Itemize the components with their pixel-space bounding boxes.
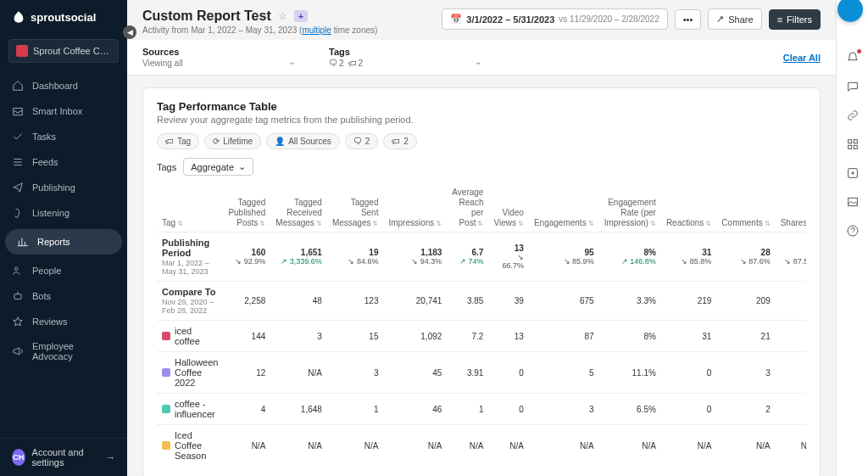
- link-icon[interactable]: [846, 109, 860, 122]
- th-video-views[interactable]: Video Views⇅: [488, 184, 528, 232]
- th-sent-msgs[interactable]: Tagged Sent Messages⇅: [327, 184, 384, 232]
- delta-value: ↘ 84.6%: [332, 257, 379, 266]
- brand-logo: sproutsocial: [0, 0, 127, 34]
- th-reactions[interactable]: Reactions⇅: [661, 184, 716, 232]
- delta-value: ↘ 87.6%: [721, 257, 770, 266]
- pill-count-1[interactable]: 🗨 2: [345, 133, 379, 149]
- sidebar-item-tasks[interactable]: Tasks: [0, 124, 127, 149]
- delta-value: ↘ 92.9%: [228, 257, 265, 266]
- sources-filter[interactable]: Sources Viewing all ⌄: [142, 47, 295, 68]
- svg-point-0: [15, 267, 19, 271]
- delta-value: ↗ 74%: [452, 257, 483, 266]
- sidebar-item-publishing[interactable]: Publishing: [0, 175, 127, 200]
- th-published-posts[interactable]: Tagged Published Posts⇅: [223, 184, 270, 232]
- tag-performance-table: Tag⇅ Tagged Published Posts⇅ Tagged Rece…: [157, 184, 806, 466]
- more-button[interactable]: •••: [675, 9, 702, 30]
- chevron-down-icon: ⌄: [475, 57, 481, 66]
- help-icon[interactable]: [846, 224, 860, 238]
- table-cell: 0: [488, 352, 528, 394]
- filters-button[interactable]: ≡Filters: [769, 9, 821, 30]
- clear-all-link[interactable]: Clear All: [783, 53, 821, 63]
- chat-icon[interactable]: [846, 80, 860, 93]
- table-cell: 123: [327, 282, 384, 321]
- sidebar-item-smart-inbox[interactable]: Smart Inbox: [0, 98, 127, 124]
- th-eng-rate[interactable]: Engagement Rate (per Impression)⇅: [599, 184, 661, 232]
- megaphone-icon: [12, 345, 24, 357]
- table-cell: 8%: [599, 321, 661, 352]
- pill-lifetime[interactable]: ⟳ Lifetime: [204, 133, 261, 149]
- delta-value: ↘ 66.7%: [493, 253, 523, 270]
- table-cell: N/A: [223, 425, 270, 467]
- svg-rect-5: [854, 145, 857, 148]
- bot-icon: [12, 290, 24, 302]
- pill-tag[interactable]: 🏷 Tag: [157, 133, 199, 149]
- add-icon[interactable]: [846, 166, 860, 180]
- tag-name: Halloween Coffee 2022: [162, 357, 218, 388]
- table-cell: N/A: [270, 352, 327, 394]
- sidebar-item-listening[interactable]: Listening: [0, 200, 127, 226]
- send-icon: [12, 182, 24, 193]
- account-settings[interactable]: CH Account and settings →: [0, 438, 127, 476]
- table-cell: 2: [716, 394, 775, 425]
- add-tag-button[interactable]: +: [294, 10, 308, 22]
- sidebar-item-bots[interactable]: Bots: [0, 283, 127, 309]
- svg-rect-4: [848, 145, 851, 148]
- sidebar-collapse-handle[interactable]: ◀: [123, 25, 136, 39]
- tags-filter[interactable]: Tags 🗨 2 🏷 2 ⌄: [329, 47, 481, 68]
- table-cell: 21: [716, 321, 775, 352]
- th-engagements[interactable]: Engagements⇅: [529, 184, 599, 232]
- th-impressions[interactable]: Impressions⇅: [383, 184, 447, 232]
- table-cell: 87: [529, 321, 599, 352]
- pill-row: 🏷 Tag ⟳ Lifetime 👤 All Sources 🗨 2 🏷 2: [157, 133, 806, 149]
- profile-name: Sprout Coffee Corporate ...: [33, 46, 111, 56]
- table-cell: 15: [327, 321, 384, 352]
- sidebar-item-employee-advocacy[interactable]: Employee Advocacy: [0, 334, 127, 368]
- account-label: Account and settings: [32, 447, 99, 468]
- th-avg-reach[interactable]: Average Reach per Post⇅: [447, 184, 488, 232]
- tag-name: Iced Coffee Season: [162, 430, 218, 461]
- favorite-star-icon[interactable]: ☆: [278, 10, 287, 22]
- aggregate-select[interactable]: Aggregate ⌄: [183, 158, 253, 176]
- profile-selector[interactable]: Sprout Coffee Corporate ...: [8, 39, 119, 63]
- table-cell: 46: [383, 394, 447, 425]
- sidebar-item-people[interactable]: People: [0, 258, 127, 283]
- table-cell: 31↘ 85.8%: [661, 232, 716, 282]
- th-tag[interactable]: Tag⇅: [157, 184, 223, 232]
- timezones-link[interactable]: multiple: [302, 25, 331, 35]
- share-button[interactable]: ↗Share: [708, 8, 761, 30]
- delta-value: ↘ 94.3%: [388, 257, 442, 266]
- image-icon[interactable]: [846, 195, 860, 209]
- table-cell: N/A: [270, 425, 327, 467]
- avatar: CH: [12, 449, 25, 466]
- th-shares[interactable]: Shares⇅: [776, 184, 806, 232]
- th-comments[interactable]: Comments⇅: [716, 184, 775, 232]
- delta-value: ↘ 85.9%: [534, 257, 594, 266]
- date-range-selector[interactable]: 📅 3/1/2022 – 5/31/2023 vs 11/29/2020 – 2…: [442, 8, 667, 30]
- th-received-msgs[interactable]: Tagged Received Messages⇅: [270, 184, 327, 232]
- apps-icon[interactable]: [846, 137, 860, 151]
- page-subtitle: Activity from Mar 1, 2022 – May 31, 2023…: [142, 25, 377, 35]
- table-cell: 7.2: [447, 321, 488, 352]
- notifications-icon[interactable]: [846, 51, 860, 64]
- sidebar-item-reviews[interactable]: Reviews: [0, 309, 127, 334]
- svg-point-8: [848, 226, 858, 236]
- table-cell: 12: [223, 352, 270, 394]
- sidebar-item-dashboard[interactable]: Dashboard: [0, 73, 127, 98]
- tag-color-swatch: [162, 368, 170, 377]
- table-cell: 0: [661, 352, 716, 394]
- tag-color-swatch: [162, 405, 170, 413]
- delta-value: ↗ 3,339.6%: [275, 257, 322, 266]
- table-cell: 3: [270, 321, 327, 352]
- table-cell: 95↘ 85.9%: [529, 232, 599, 282]
- pill-count-2[interactable]: 🏷 2: [383, 133, 417, 149]
- table-cell: N/A: [488, 425, 528, 467]
- compose-fab[interactable]: [837, 0, 863, 22]
- sidebar-item-reports[interactable]: Reports: [5, 229, 122, 255]
- table-cell: 5: [529, 352, 599, 394]
- tag-name: iced coffee: [162, 326, 218, 346]
- sidebar-item-feeds[interactable]: Feeds: [0, 149, 127, 175]
- chevron-down-icon: ⌄: [288, 57, 295, 66]
- pill-all-sources[interactable]: 👤 All Sources: [266, 133, 340, 149]
- row-compare-to: Compare ToNov 29, 2020 – Feb 28, 2022 2,…: [157, 282, 806, 321]
- table-cell: 675: [529, 282, 599, 321]
